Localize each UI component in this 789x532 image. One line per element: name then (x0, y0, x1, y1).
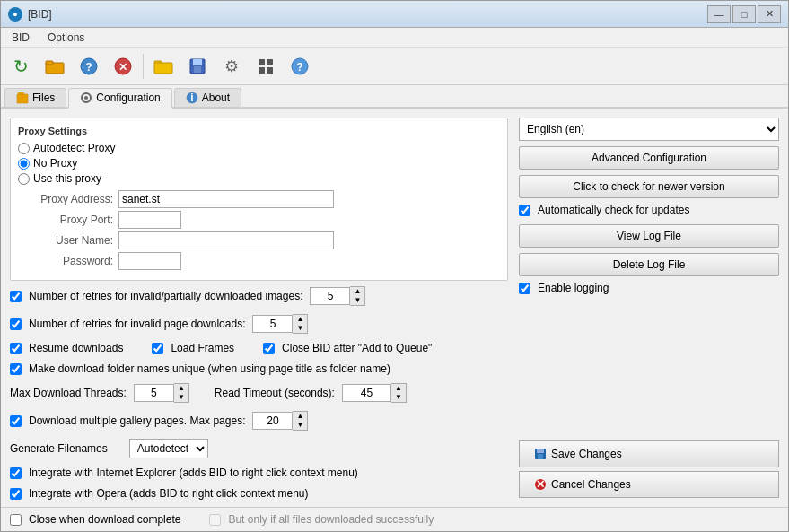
retries-pages-checkbox[interactable] (10, 318, 22, 330)
retries-pages-up[interactable]: ▲ (293, 315, 307, 324)
tab-about[interactable]: i About (174, 88, 241, 107)
close-complete-checkbox[interactable] (10, 514, 22, 526)
retries-images-down[interactable]: ▼ (350, 296, 364, 305)
tab-configuration[interactable]: Configuration (68, 88, 171, 109)
auto-updates-row: Automatically check for updates (519, 204, 779, 216)
proxy-pass-input[interactable] (118, 252, 181, 270)
retries-images-checkbox[interactable] (10, 291, 22, 302)
multi-gallery-down[interactable]: ▼ (293, 421, 307, 430)
multi-gallery-spin: ▲ ▼ (252, 411, 308, 431)
read-timeout-down[interactable]: ▼ (391, 393, 406, 402)
save-toolbar-button[interactable] (181, 50, 214, 83)
make-unique-row: Make download folder names unique (when … (10, 362, 508, 375)
multi-gallery-up[interactable]: ▲ (293, 412, 307, 421)
svg-text:i: i (190, 92, 193, 104)
read-timeout-value[interactable] (342, 384, 391, 402)
delete-log-button[interactable]: Delete Log File (519, 253, 779, 276)
save-changes-button[interactable]: Save Changes (519, 440, 779, 467)
read-timeout-up[interactable]: ▲ (391, 384, 406, 393)
make-unique-checkbox[interactable] (10, 363, 22, 375)
retries-pages-label: Number of retries for invalid page downl… (29, 318, 245, 330)
proxy-group: Proxy Settings Autodetect Proxy No Proxy… (10, 118, 508, 281)
generate-filenames-select[interactable]: Autodetect Sequential Original (129, 439, 208, 458)
tab-files[interactable]: Files (4, 88, 66, 107)
title-bar: ● [BID] — □ ✕ (1, 1, 788, 28)
view-log-button[interactable]: View Log File (519, 224, 779, 248)
menu-bid[interactable]: BID (4, 30, 37, 46)
integrate-ie-checkbox[interactable] (10, 467, 22, 479)
window-title: [BID] (28, 8, 707, 21)
use-proxy-radio[interactable] (18, 173, 30, 185)
svg-rect-14 (267, 67, 273, 74)
proxy-port-input[interactable] (118, 211, 181, 229)
cancel-changes-button[interactable]: ✕ Cancel Changes (519, 471, 779, 498)
proxy-port-row: Proxy Port: (18, 211, 500, 229)
proxy-radio-group: Autodetect Proxy No Proxy Use this proxy (18, 142, 500, 185)
help-button[interactable]: ? (73, 50, 105, 83)
enable-logging-checkbox[interactable] (519, 283, 530, 294)
check-version-button[interactable]: Click to check for newer version (519, 175, 779, 198)
proxy-user-row: User Name: (18, 231, 500, 249)
use-proxy-label: Use this proxy (33, 172, 101, 185)
make-unique-label: Make download folder names unique (when … (29, 362, 390, 375)
language-select[interactable]: English (en) German (de) French (fr) Spa… (519, 118, 779, 141)
proxy-address-input[interactable] (118, 190, 334, 208)
grid-button[interactable] (250, 50, 282, 83)
advanced-config-button[interactable]: Advanced Configuration (519, 146, 779, 170)
maximize-button[interactable]: □ (732, 5, 756, 23)
integrate-opera-row: Integrate with Opera (adds BID to right … (10, 487, 508, 500)
app-icon: ● (8, 7, 22, 22)
max-threads-value[interactable] (134, 384, 174, 402)
svg-rect-7 (154, 63, 172, 74)
integrate-opera-checkbox[interactable] (10, 488, 22, 500)
folder-open-button[interactable] (39, 50, 71, 83)
toolbar: ↻ ? ✕ ⚙ ? (1, 48, 788, 85)
svg-text:✕: ✕ (118, 61, 127, 74)
svg-text:?: ? (85, 61, 92, 74)
svg-text:✕: ✕ (536, 478, 545, 491)
action-buttons: Save Changes ✕ Cancel Changes (519, 440, 779, 498)
multi-gallery-value[interactable] (252, 412, 293, 430)
svg-rect-25 (538, 454, 543, 459)
tab-configuration-label: Configuration (96, 92, 160, 104)
save-icon (534, 448, 547, 460)
retries-pages-spin: ▲ ▼ (252, 314, 308, 334)
close-bid-checkbox[interactable] (263, 343, 275, 354)
tabs-bar: Files Configuration i About (1, 85, 788, 109)
retries-images-up[interactable]: ▲ (350, 287, 364, 296)
max-threads-arrows: ▲ ▼ (174, 383, 189, 403)
resume-checkbox[interactable] (10, 343, 22, 354)
no-proxy-radio[interactable] (18, 158, 30, 170)
about-icon: i (186, 92, 198, 104)
open-button[interactable] (147, 50, 180, 83)
proxy-user-input[interactable] (118, 231, 334, 249)
svg-rect-13 (259, 67, 265, 74)
minimize-button[interactable]: — (707, 5, 731, 23)
retries-pages-value[interactable] (252, 315, 293, 333)
menu-options[interactable]: Options (40, 30, 92, 46)
retries-images-value[interactable] (310, 287, 350, 305)
svg-rect-9 (193, 59, 202, 65)
autodetect-proxy-radio[interactable] (18, 143, 30, 154)
max-threads-label: Max Download Threads: (10, 387, 127, 399)
settings-button[interactable]: ⚙ (215, 50, 248, 83)
tab-files-label: Files (32, 92, 55, 104)
max-threads-up[interactable]: ▲ (174, 384, 188, 393)
close-bid-label: Close BID after "Add to Queue" (282, 342, 432, 354)
retries-pages-down[interactable]: ▼ (293, 324, 307, 333)
proxy-address-label: Proxy Address: (32, 193, 113, 205)
generate-filenames-label: Generate Filenames (10, 442, 108, 455)
but-only-checkbox[interactable] (209, 514, 221, 526)
refresh-button[interactable]: ↻ (4, 50, 37, 83)
auto-updates-checkbox[interactable] (519, 205, 530, 216)
max-threads-spin: ▲ ▼ (134, 383, 189, 403)
svg-rect-10 (194, 66, 201, 73)
close-button[interactable]: ✕ (758, 5, 781, 23)
info-button[interactable]: ? (284, 50, 316, 83)
multi-gallery-checkbox[interactable] (10, 415, 22, 427)
stop-button[interactable]: ✕ (107, 50, 139, 83)
load-frames-checkbox[interactable] (152, 343, 163, 354)
retries-pages-arrows: ▲ ▼ (293, 314, 308, 334)
proxy-pass-label: Password: (32, 255, 113, 267)
max-threads-down[interactable]: ▼ (174, 393, 188, 402)
